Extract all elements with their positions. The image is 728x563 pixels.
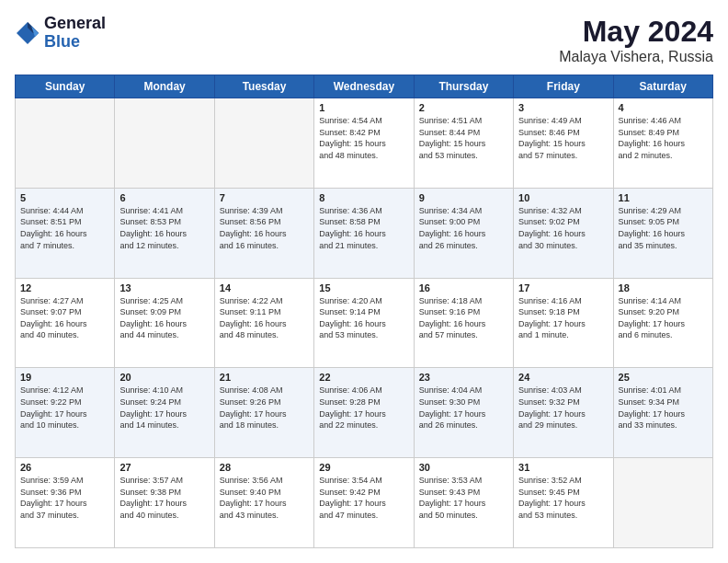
day-info: Sunrise: 4:03 AM Sunset: 9:32 PM Dayligh…: [518, 385, 608, 431]
col-tuesday: Tuesday: [214, 75, 313, 98]
calendar-week-row: 5Sunrise: 4:44 AM Sunset: 8:51 PM Daylig…: [16, 188, 713, 278]
day-info: Sunrise: 4:32 AM Sunset: 9:02 PM Dayligh…: [518, 205, 608, 251]
title-block: May 2024 Malaya Vishera, Russia: [559, 15, 713, 65]
table-row: 23Sunrise: 4:04 AM Sunset: 9:30 PM Dayli…: [414, 368, 513, 458]
day-info: Sunrise: 4:06 AM Sunset: 9:28 PM Dayligh…: [319, 385, 408, 431]
day-number: 30: [419, 462, 508, 473]
day-info: Sunrise: 4:04 AM Sunset: 9:30 PM Dayligh…: [419, 385, 508, 431]
day-info: Sunrise: 4:16 AM Sunset: 9:18 PM Dayligh…: [518, 295, 608, 341]
table-row: 12Sunrise: 4:27 AM Sunset: 9:07 PM Dayli…: [16, 278, 115, 368]
day-info: Sunrise: 4:29 AM Sunset: 9:05 PM Dayligh…: [619, 205, 708, 251]
calendar-week-row: 1Sunrise: 4:54 AM Sunset: 8:42 PM Daylig…: [16, 98, 713, 189]
calendar-table: Sunday Monday Tuesday Wednesday Thursday…: [15, 75, 713, 548]
day-number: 12: [20, 282, 109, 293]
day-info: Sunrise: 4:20 AM Sunset: 9:14 PM Dayligh…: [319, 295, 408, 341]
day-info: Sunrise: 3:54 AM Sunset: 9:42 PM Dayligh…: [319, 475, 408, 521]
table-row: [16, 98, 115, 189]
day-number: 3: [518, 102, 608, 113]
day-number: 20: [119, 372, 209, 383]
day-info: Sunrise: 3:57 AM Sunset: 9:38 PM Dayligh…: [119, 475, 209, 521]
table-row: 28Sunrise: 3:56 AM Sunset: 9:40 PM Dayli…: [214, 458, 313, 548]
table-row: 4Sunrise: 4:46 AM Sunset: 8:49 PM Daylig…: [613, 98, 712, 189]
day-number: 25: [619, 372, 708, 383]
table-row: 9Sunrise: 4:34 AM Sunset: 9:00 PM Daylig…: [414, 188, 513, 278]
day-info: Sunrise: 4:01 AM Sunset: 9:34 PM Dayligh…: [619, 385, 708, 431]
table-row: 16Sunrise: 4:18 AM Sunset: 9:16 PM Dayli…: [414, 278, 513, 368]
logo-general-text: General: [44, 15, 106, 33]
day-info: Sunrise: 4:14 AM Sunset: 9:20 PM Dayligh…: [619, 295, 708, 341]
calendar-week-row: 12Sunrise: 4:27 AM Sunset: 9:07 PM Dayli…: [16, 278, 713, 368]
day-number: 2: [419, 102, 508, 113]
logo: General Blue: [15, 15, 106, 52]
table-row: 5Sunrise: 4:44 AM Sunset: 8:51 PM Daylig…: [16, 188, 115, 278]
day-number: 8: [319, 192, 408, 203]
header: General Blue May 2024 Malaya Vishera, Ru…: [15, 15, 713, 65]
table-row: 8Sunrise: 4:36 AM Sunset: 8:58 PM Daylig…: [314, 188, 414, 278]
calendar-week-row: 26Sunrise: 3:59 AM Sunset: 9:36 PM Dayli…: [16, 458, 713, 548]
day-info: Sunrise: 4:51 AM Sunset: 8:44 PM Dayligh…: [419, 115, 508, 161]
day-info: Sunrise: 4:46 AM Sunset: 8:49 PM Dayligh…: [619, 115, 708, 161]
title-month: May 2024: [559, 15, 713, 49]
day-info: Sunrise: 3:52 AM Sunset: 9:45 PM Dayligh…: [518, 475, 608, 521]
table-row: [214, 98, 313, 189]
calendar-header-row: Sunday Monday Tuesday Wednesday Thursday…: [16, 75, 713, 98]
calendar-week-row: 19Sunrise: 4:12 AM Sunset: 9:22 PM Dayli…: [16, 368, 713, 458]
col-thursday: Thursday: [414, 75, 513, 98]
logo-blue-text: Blue: [44, 33, 106, 52]
day-number: 1: [319, 102, 408, 113]
day-number: 4: [619, 102, 708, 113]
table-row: 3Sunrise: 4:49 AM Sunset: 8:46 PM Daylig…: [514, 98, 613, 189]
day-info: Sunrise: 4:36 AM Sunset: 8:58 PM Dayligh…: [319, 205, 408, 251]
table-row: 11Sunrise: 4:29 AM Sunset: 9:05 PM Dayli…: [613, 188, 712, 278]
table-row: 18Sunrise: 4:14 AM Sunset: 9:20 PM Dayli…: [613, 278, 712, 368]
table-row: 14Sunrise: 4:22 AM Sunset: 9:11 PM Dayli…: [214, 278, 313, 368]
day-number: 14: [220, 282, 309, 293]
day-number: 22: [319, 372, 408, 383]
day-number: 29: [319, 462, 408, 473]
day-info: Sunrise: 4:08 AM Sunset: 9:26 PM Dayligh…: [220, 385, 309, 431]
day-number: 31: [518, 462, 608, 473]
table-row: 1Sunrise: 4:54 AM Sunset: 8:42 PM Daylig…: [314, 98, 414, 189]
day-number: 19: [20, 372, 109, 383]
col-saturday: Saturday: [613, 75, 712, 98]
day-info: Sunrise: 4:12 AM Sunset: 9:22 PM Dayligh…: [20, 385, 109, 431]
day-info: Sunrise: 4:18 AM Sunset: 9:16 PM Dayligh…: [419, 295, 508, 341]
table-row: 6Sunrise: 4:41 AM Sunset: 8:53 PM Daylig…: [115, 188, 214, 278]
table-row: 27Sunrise: 3:57 AM Sunset: 9:38 PM Dayli…: [115, 458, 214, 548]
day-number: 11: [619, 192, 708, 203]
table-row: 26Sunrise: 3:59 AM Sunset: 9:36 PM Dayli…: [16, 458, 115, 548]
day-info: Sunrise: 4:39 AM Sunset: 8:56 PM Dayligh…: [220, 205, 309, 251]
day-info: Sunrise: 4:34 AM Sunset: 9:00 PM Dayligh…: [419, 205, 508, 251]
table-row: 17Sunrise: 4:16 AM Sunset: 9:18 PM Dayli…: [514, 278, 613, 368]
day-number: 5: [20, 192, 109, 203]
day-info: Sunrise: 4:10 AM Sunset: 9:24 PM Dayligh…: [119, 385, 209, 431]
table-row: 22Sunrise: 4:06 AM Sunset: 9:28 PM Dayli…: [314, 368, 414, 458]
day-info: Sunrise: 3:53 AM Sunset: 9:43 PM Dayligh…: [419, 475, 508, 521]
table-row: 15Sunrise: 4:20 AM Sunset: 9:14 PM Dayli…: [314, 278, 414, 368]
col-friday: Friday: [514, 75, 613, 98]
day-number: 7: [220, 192, 309, 203]
table-row: 7Sunrise: 4:39 AM Sunset: 8:56 PM Daylig…: [214, 188, 313, 278]
day-info: Sunrise: 3:56 AM Sunset: 9:40 PM Dayligh…: [220, 475, 309, 521]
table-row: [115, 98, 214, 189]
day-info: Sunrise: 4:41 AM Sunset: 8:53 PM Dayligh…: [119, 205, 209, 251]
day-number: 23: [419, 372, 508, 383]
day-info: Sunrise: 4:44 AM Sunset: 8:51 PM Dayligh…: [20, 205, 109, 251]
table-row: 20Sunrise: 4:10 AM Sunset: 9:24 PM Dayli…: [115, 368, 214, 458]
logo-text: General Blue: [44, 15, 106, 52]
table-row: 10Sunrise: 4:32 AM Sunset: 9:02 PM Dayli…: [514, 188, 613, 278]
day-number: 6: [119, 192, 209, 203]
page: General Blue May 2024 Malaya Vishera, Ru…: [0, 0, 728, 563]
table-row: 25Sunrise: 4:01 AM Sunset: 9:34 PM Dayli…: [613, 368, 712, 458]
col-sunday: Sunday: [16, 75, 115, 98]
table-row: 29Sunrise: 3:54 AM Sunset: 9:42 PM Dayli…: [314, 458, 414, 548]
day-number: 17: [518, 282, 608, 293]
day-number: 10: [518, 192, 608, 203]
day-info: Sunrise: 3:59 AM Sunset: 9:36 PM Dayligh…: [20, 475, 109, 521]
table-row: 21Sunrise: 4:08 AM Sunset: 9:26 PM Dayli…: [214, 368, 313, 458]
day-number: 9: [419, 192, 508, 203]
day-number: 26: [20, 462, 109, 473]
col-wednesday: Wednesday: [314, 75, 414, 98]
day-number: 28: [220, 462, 309, 473]
day-info: Sunrise: 4:27 AM Sunset: 9:07 PM Dayligh…: [20, 295, 109, 341]
